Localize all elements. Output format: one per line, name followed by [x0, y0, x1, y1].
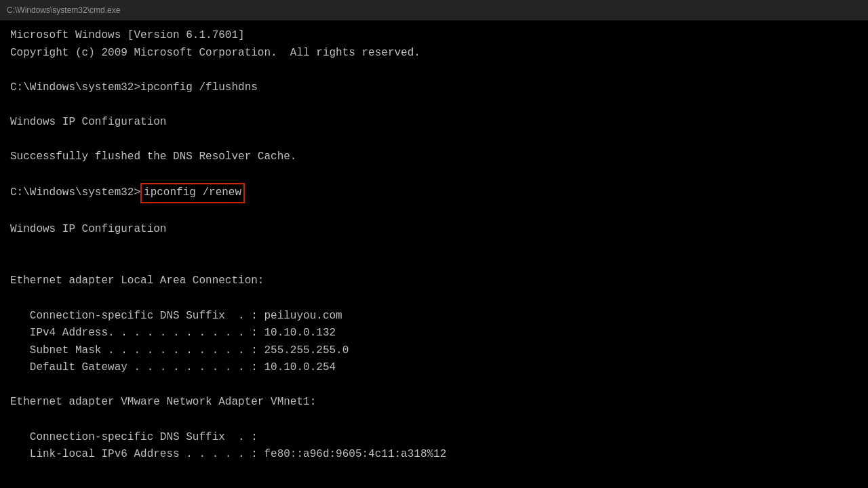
- blank-3: [10, 131, 858, 149]
- renew-prompt-line: C:\Windows\system32>ipconfig /renew: [10, 183, 858, 203]
- title-bar-text: C:\Windows\system32\cmd.exe: [7, 5, 120, 15]
- windows-ip-config-2: Windows IP Configuration: [10, 221, 858, 239]
- blank-5: [10, 203, 858, 221]
- windows-ip-config-1: Windows IP Configuration: [10, 114, 858, 131]
- default-gateway: Default Gateway . . . . . . . . . : 10.1…: [10, 359, 858, 377]
- blank-6: [10, 238, 858, 256]
- blank-4: [10, 166, 858, 184]
- ipv6-address: Link-local IPv6 Address . . . . . : fe80…: [10, 446, 858, 464]
- version-line: Microsoft Windows [Version 6.1.7601]: [10, 27, 858, 45]
- blank-2: [10, 96, 858, 114]
- blank-1: [10, 62, 858, 79]
- renew-prompt: C:\Windows\system32>: [10, 184, 140, 202]
- ethernet-adapter-vmware: Ethernet adapter VMware Network Adapter …: [10, 394, 858, 411]
- flushdns-prompt-line: C:\Windows\system32>ipconfig /flushdns: [10, 79, 858, 97]
- ethernet-adapter-local: Ethernet adapter Local Area Connection:: [10, 272, 858, 290]
- cmd-window: C:\Windows\system32\cmd.exe Microsoft Wi…: [0, 0, 868, 488]
- flushdns-command: ipconfig /flushdns: [140, 81, 258, 94]
- blank-8: [10, 290, 858, 308]
- renew-command-highlighted: ipconfig /renew: [140, 183, 245, 203]
- blank-10: [10, 411, 858, 429]
- blank-7: [10, 256, 858, 273]
- copyright-line: Copyright (c) 2009 Microsoft Corporation…: [10, 45, 858, 62]
- subnet-mask: Subnet Mask . . . . . . . . . . . : 255.…: [10, 342, 858, 360]
- dns-suffix-vmware: Connection-specific DNS Suffix . :: [10, 429, 858, 447]
- title-bar: C:\Windows\system32\cmd.exe: [0, 0, 868, 20]
- blank-9: [10, 377, 858, 394]
- ipv4-address: IPv4 Address. . . . . . . . . . . : 10.1…: [10, 325, 858, 342]
- terminal-output[interactable]: Microsoft Windows [Version 6.1.7601] Cop…: [0, 20, 868, 488]
- flushdns-prompt: C:\Windows\system32>: [10, 81, 140, 94]
- dns-suffix-local: Connection-specific DNS Suffix . : peilu…: [10, 308, 858, 325]
- success-line: Successfully flushed the DNS Resolver Ca…: [10, 148, 858, 166]
